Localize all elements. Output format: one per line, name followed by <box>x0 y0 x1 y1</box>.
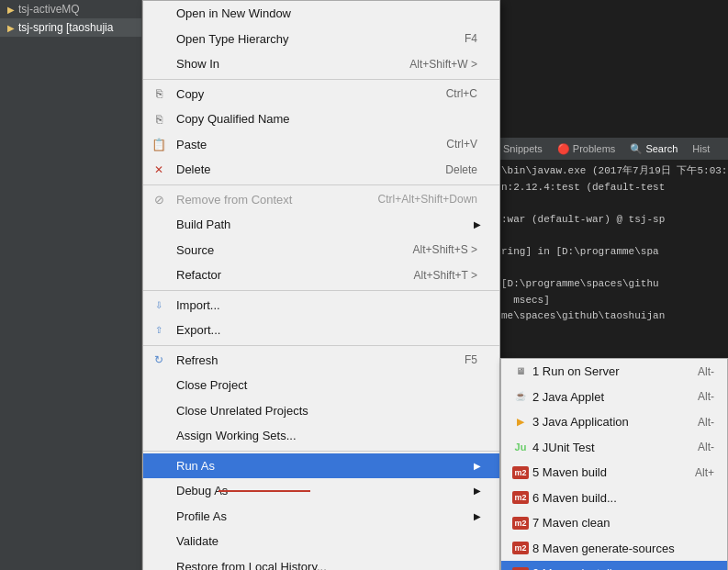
console-line-8: [D:\programme\spaces\githu <box>501 276 722 293</box>
menu-shortcut: Alt+Shift+W > <box>409 56 485 73</box>
sidebar-item-label: tsj-activeMQ <box>18 3 80 16</box>
submenu-label: 3 Java Application <box>532 413 629 431</box>
menu-validate[interactable]: Validate <box>143 529 499 554</box>
console-line-3 <box>501 196 722 212</box>
menu-paste[interactable]: 📋 Paste Ctrl+V <box>143 132 499 158</box>
menu-shortcut: Delete <box>445 162 485 178</box>
submenu-label: 5 Maven build <box>532 464 607 482</box>
console-tabs: Snippets 🔴 Problems 🔍 Search Hist <box>496 138 728 160</box>
submenu-java-applet[interactable]: ☕ 2 Java Applet Alt- <box>501 385 727 410</box>
console-line-2: n:2.12.4:test (default-test <box>501 180 722 196</box>
console-line-7 <box>501 261 722 277</box>
java-applet-icon: ☕ <box>512 390 529 403</box>
menu-label: Refresh <box>176 352 218 370</box>
junit-icon: Ju <box>512 441 529 453</box>
menu-copy[interactable]: ⎘ Copy Ctrl+C <box>143 82 499 107</box>
tab-search[interactable]: 🔍 Search <box>622 138 685 160</box>
tab-snippets[interactable]: Snippets <box>496 138 550 160</box>
maven-build-dots-icon: m2 <box>512 491 529 504</box>
submenu-shortcut: Alt+ <box>695 464 722 481</box>
sidebar-item-active-label: tsj-spring [taoshujia <box>18 21 113 34</box>
console-line-6: ring] in [D:\programme\spa <box>501 244 722 261</box>
submenu-run-on-server[interactable]: 🖥 1 Run on Server Alt- <box>501 359 727 385</box>
menu-profile-as[interactable]: Profile As ▶ <box>143 504 499 530</box>
console-line-9: msecs] <box>501 293 722 309</box>
tab-problems[interactable]: 🔴 Problems <box>550 138 623 160</box>
separator-3 <box>143 290 499 291</box>
menu-label: Remove from Context <box>176 191 292 209</box>
menu-label: Close Unrelated Projects <box>176 402 308 420</box>
menu-copy-qualified[interactable]: ⎘ Copy Qualified Name <box>143 106 499 132</box>
console-output: \bin\javaw.exe (2017年7月19日 下午5:03:45 n:2… <box>496 160 728 329</box>
menu-import[interactable]: ⇩ Import... <box>143 293 499 319</box>
menu-show-in[interactable]: Show In Alt+Shift+W > <box>143 51 499 77</box>
console-line-10: me\spaces\github\taoshuijan <box>501 308 722 325</box>
menu-build-path[interactable]: Build Path ▶ <box>143 212 499 238</box>
menu-open-new-window[interactable]: Open in New Window <box>143 1 499 27</box>
menu-shortcut: F4 <box>465 30 485 47</box>
sidebar-item-activemq[interactable]: ▶ tsj-activeMQ <box>0 0 141 18</box>
submenu-maven-generate-sources[interactable]: m2 8 Maven generate-sources <box>501 536 727 562</box>
debug-underline <box>218 490 310 492</box>
menu-close-project[interactable]: Close Project <box>143 373 499 398</box>
tab-hist[interactable]: Hist <box>685 138 717 160</box>
menu-label: Show In <box>176 55 219 73</box>
menu-run-as[interactable]: Run As ▶ <box>143 453 499 479</box>
console-line-4: :war (default-war) @ tsj-sp <box>501 212 722 229</box>
submenu-maven-build-dots[interactable]: m2 6 Maven build... <box>501 486 727 511</box>
menu-debug-as[interactable]: Debug As ▶ <box>143 478 499 504</box>
tree-arrow-icon: ▶ <box>7 5 15 15</box>
menu-label: Validate <box>176 532 218 551</box>
context-menu: Open in New Window Open Type Hierarchy F… <box>142 0 500 570</box>
submenu-shortcut: Alt- <box>698 439 722 455</box>
separator-2 <box>143 184 499 185</box>
menu-shortcut: Alt+Shift+S > <box>413 241 485 258</box>
menu-shortcut: Ctrl+V <box>446 136 485 152</box>
menu-label: Run As <box>176 457 215 475</box>
submenu-arrow-icon: ▶ <box>474 218 485 231</box>
copy-qualified-icon: ⎘ <box>151 112 167 127</box>
submenu-maven-install[interactable]: m2 9 Maven install <box>501 561 727 570</box>
submenu-label: 4 JUnit Test <box>532 439 595 457</box>
menu-label: Close Project <box>176 376 247 395</box>
submenu-maven-clean[interactable]: m2 7 Maven clean <box>501 510 727 536</box>
paste-icon: 📋 <box>151 137 167 151</box>
submenu-junit-test[interactable]: Ju 4 JUnit Test Alt- <box>501 435 727 461</box>
maven-build-icon: m2 <box>512 466 529 479</box>
menu-source[interactable]: Source Alt+Shift+S > <box>143 238 499 263</box>
menu-label: Import... <box>176 296 220 315</box>
submenu-label: 1 Run on Server <box>532 363 620 381</box>
menu-label: Source <box>176 241 214 260</box>
menu-label: Refactor <box>176 266 221 285</box>
menu-label: Open Type Hierarchy <box>176 30 289 49</box>
menu-refactor[interactable]: Refactor Alt+Shift+T > <box>143 263 499 288</box>
menu-restore-history[interactable]: Restore from Local History... <box>143 554 499 571</box>
menu-label: Paste <box>176 136 207 154</box>
submenu-label: 7 Maven clean <box>532 514 610 532</box>
menu-delete[interactable]: ✕ Delete Delete <box>143 157 499 183</box>
submenu-maven-build[interactable]: m2 5 Maven build Alt+ <box>501 460 727 486</box>
menu-close-unrelated[interactable]: Close Unrelated Projects <box>143 398 499 424</box>
menu-shortcut: F5 <box>465 352 485 368</box>
menu-remove-context[interactable]: ⊘ Remove from Context Ctrl+Alt+Shift+Dow… <box>143 187 499 213</box>
menu-label: Copy <box>176 85 204 104</box>
submenu-shortcut: Alt- <box>698 363 722 380</box>
menu-open-type-hierarchy[interactable]: Open Type Hierarchy F4 <box>143 27 499 52</box>
menu-label: Restore from Local History... <box>176 558 327 571</box>
menu-refresh[interactable]: ↻ Refresh F5 <box>143 348 499 374</box>
menu-label: Profile As <box>176 508 227 526</box>
submenu-java-application[interactable]: ▶ 3 Java Application Alt- <box>501 409 727 435</box>
submenu-shortcut: Alt- <box>698 388 722 405</box>
separator-5 <box>143 451 499 452</box>
sidebar-item-spring[interactable]: ▶ tsj-spring [taoshujia <box>0 18 141 37</box>
submenu-shortcut: Alt- <box>698 414 722 430</box>
menu-assign-working-sets[interactable]: Assign Working Sets... <box>143 423 499 449</box>
separator-1 <box>143 79 499 80</box>
menu-export[interactable]: ⇧ Export... <box>143 318 499 343</box>
submenu-label: 8 Maven generate-sources <box>532 540 675 558</box>
menu-label: Assign Working Sets... <box>176 427 297 445</box>
export-icon: ⇧ <box>151 323 167 338</box>
copy-icon: ⎘ <box>151 86 167 101</box>
submenu-label: 9 Maven install <box>532 564 612 570</box>
import-icon: ⇩ <box>151 297 167 312</box>
